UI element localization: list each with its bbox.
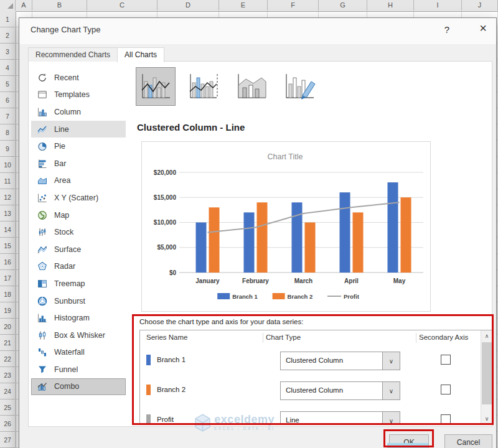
column-header-I[interactable]: I — [414, 0, 462, 11]
treemap-icon — [37, 279, 47, 289]
row-header-13[interactable]: 13 — [0, 205, 15, 222]
svg-text:$15,000: $15,000 — [154, 194, 177, 201]
sidebar-item-scatter[interactable]: X Y (Scatter) — [31, 189, 126, 207]
row-header-8[interactable]: 8 — [0, 124, 15, 141]
row-header-20[interactable]: 20 — [0, 319, 15, 335]
subtype-custom-combination[interactable] — [280, 67, 319, 106]
row-header-6[interactable]: 6 — [0, 92, 15, 108]
svg-text:Branch 2: Branch 2 — [288, 293, 313, 300]
svg-text:$10,000: $10,000 — [154, 219, 177, 226]
histogram-icon — [37, 313, 47, 323]
sidebar-item-map[interactable]: Map — [31, 207, 126, 224]
scatter-icon — [37, 193, 47, 203]
sidebar-item-bar[interactable]: Bar — [31, 155, 126, 172]
chart-preview: $0$5,000$10,000$15,000$20,000Chart Title… — [141, 141, 431, 312]
svg-text:January: January — [195, 278, 220, 284]
subtype-clustered-column-line-secondary-axis[interactable] — [184, 67, 223, 106]
select-all-button[interactable] — [0, 0, 16, 11]
svg-text:Profit: Profit — [344, 293, 360, 300]
row-header-16[interactable]: 16 — [0, 254, 15, 270]
column-icon — [37, 107, 47, 117]
sidebar-item-radar[interactable]: Radar — [31, 258, 126, 276]
column-header-B[interactable]: B — [32, 0, 87, 11]
box-whisker-icon — [37, 330, 47, 340]
sidebar-item-label: Combo — [54, 382, 79, 391]
row-header-22[interactable]: 22 — [0, 351, 15, 367]
screen: { "spreadsheet": { "column_headers": ["A… — [0, 0, 498, 448]
dialog-titlebar: Change Chart Type ? × — [19, 18, 496, 44]
sidebar-item-label: X Y (Scatter) — [54, 194, 98, 202]
row-header-14[interactable]: 14 — [0, 222, 15, 238]
sidebar-item-pie[interactable]: Pie — [31, 138, 126, 155]
row-header-1[interactable]: 1 — [0, 11, 15, 27]
row-header-2[interactable]: 2 — [0, 27, 15, 44]
row-header-5[interactable]: 5 — [0, 76, 15, 92]
row-header-11[interactable]: 11 — [0, 173, 15, 189]
chart-type-sidebar: RecentTemplatesColumnLinePieBarAreaX Y (… — [29, 62, 132, 426]
svg-text:Branch 1: Branch 1 — [232, 293, 258, 300]
column-header-A[interactable]: A — [16, 0, 32, 11]
row-header-24[interactable]: 24 — [0, 383, 15, 399]
surface-icon — [37, 245, 47, 254]
row-header-9[interactable]: 9 — [0, 141, 15, 157]
dialog-title: Change Chart Type — [31, 25, 101, 34]
sidebar-item-surface[interactable]: Surface — [31, 241, 126, 258]
close-icon[interactable]: × — [475, 21, 491, 35]
sidebar-item-templates[interactable]: Templates — [31, 86, 126, 104]
column-header-J[interactable]: J — [462, 0, 498, 11]
sidebar-item-recent[interactable]: Recent — [31, 69, 126, 86]
help-icon[interactable]: ? — [440, 24, 454, 35]
sidebar-item-label: Pie — [54, 142, 65, 151]
sidebar-item-histogram[interactable]: Histogram — [31, 309, 126, 327]
column-header-E[interactable]: E — [219, 0, 268, 11]
row-header-18[interactable]: 18 — [0, 286, 15, 302]
subtype-clustered-column-line[interactable] — [136, 67, 176, 106]
row-header-26[interactable]: 26 — [0, 416, 15, 432]
row-header-21[interactable]: 21 — [0, 335, 15, 351]
column-header-C[interactable]: C — [87, 0, 157, 11]
bar-series-Branch 2 — [209, 197, 411, 273]
watermark-tagline: EXCEL - DATA - BI — [214, 426, 275, 431]
area-icon — [37, 175, 47, 185]
sidebar-item-line[interactable]: Line — [31, 121, 126, 138]
column-header-D[interactable]: D — [157, 0, 219, 11]
svg-text:$5,000: $5,000 — [157, 244, 176, 251]
row-header-17[interactable]: 17 — [0, 270, 15, 286]
row-header-12[interactable]: 12 — [0, 189, 15, 205]
sidebar-item-column[interactable]: Column — [31, 103, 126, 121]
row-header-19[interactable]: 19 — [0, 302, 15, 319]
svg-text:April: April — [344, 278, 359, 284]
row-header-25[interactable]: 25 — [0, 399, 15, 416]
row-header-4[interactable]: 4 — [0, 60, 15, 76]
sidebar-item-label: Funnel — [54, 365, 78, 374]
cancel-button[interactable]: Cancel — [444, 434, 492, 448]
sidebar-item-treemap[interactable]: Treemap — [31, 275, 126, 292]
line-icon — [37, 124, 47, 134]
row-header-23[interactable]: 23 — [0, 367, 15, 383]
row-header-7[interactable]: 7 — [0, 108, 15, 124]
annotation-box-series-section — [132, 314, 494, 425]
row-header-27[interactable]: 27 — [0, 432, 15, 448]
sidebar-item-combo[interactable]: Combo — [31, 378, 126, 396]
svg-text:May: May — [393, 278, 406, 284]
sidebar-item-box-whisker[interactable]: Box & Whisker — [31, 327, 126, 344]
tab-all-charts[interactable]: All Charts — [117, 47, 164, 62]
sidebar-item-stock[interactable]: Stock — [31, 223, 126, 241]
row-header-15[interactable]: 15 — [0, 238, 15, 254]
svg-text:March: March — [294, 278, 312, 284]
tab-recommended-charts[interactable]: Recommended Charts — [28, 47, 118, 62]
sidebar-item-sunburst[interactable]: Sunburst — [31, 292, 126, 310]
sidebar-item-waterfall[interactable]: Waterfall — [31, 344, 126, 362]
subtype-stacked-area-clustered-column[interactable] — [232, 67, 271, 106]
row-header-10[interactable]: 10 — [0, 157, 15, 173]
sidebar-item-area[interactable]: Area — [31, 172, 126, 190]
row-header-column: 1234567891011121314151617181920212223242… — [0, 11, 16, 448]
sidebar-item-label: Surface — [54, 245, 81, 254]
sidebar-item-label: Map — [54, 211, 69, 220]
row-header-3[interactable]: 3 — [0, 44, 15, 60]
svg-text:February: February — [242, 278, 269, 284]
column-header-G[interactable]: G — [319, 0, 367, 11]
column-header-F[interactable]: F — [268, 0, 319, 11]
column-header-H[interactable]: H — [367, 0, 414, 11]
sidebar-item-funnel[interactable]: Funnel — [31, 361, 126, 378]
